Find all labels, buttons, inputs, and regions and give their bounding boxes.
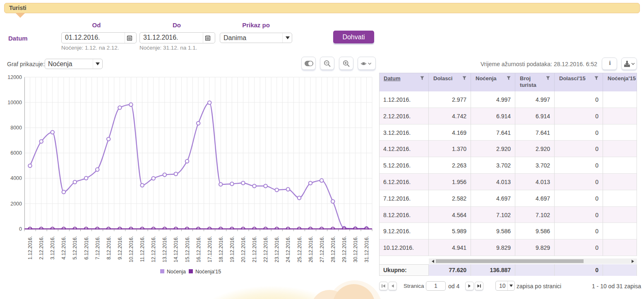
svg-text:24.12.2016.: 24.12.2016.	[285, 236, 291, 262]
svg-text:31.12.2016.: 31.12.2016.	[364, 236, 370, 262]
svg-text:1.12.2016.: 1.12.2016.	[27, 236, 33, 260]
svg-text:Noćenja'15: Noćenja'15	[195, 269, 221, 275]
svg-text:18.12.2016.: 18.12.2016.	[218, 236, 224, 262]
svg-text:17.12.2016.: 17.12.2016.	[207, 236, 213, 262]
svg-text:0: 0	[19, 226, 22, 232]
svg-text:22.12.2016.: 22.12.2016.	[263, 236, 269, 262]
svg-text:11.12.2016.: 11.12.2016.	[139, 236, 145, 262]
svg-text:13.12.2016.: 13.12.2016.	[162, 236, 168, 262]
svg-text:9.12.2016.: 9.12.2016.	[117, 236, 123, 260]
svg-text:8.12.2016.: 8.12.2016.	[106, 236, 112, 260]
svg-text:3.12.2016.: 3.12.2016.	[50, 236, 55, 260]
svg-text:Noćenja: Noćenja	[167, 269, 186, 275]
svg-text:4000: 4000	[10, 175, 22, 181]
svg-text:5.12.2016.: 5.12.2016.	[72, 236, 78, 260]
svg-text:19.12.2016.: 19.12.2016.	[229, 236, 235, 262]
svg-text:2000: 2000	[10, 201, 22, 207]
svg-text:14.12.2016.: 14.12.2016.	[173, 236, 179, 262]
svg-text:4.12.2016.: 4.12.2016.	[61, 236, 67, 260]
svg-text:30.12.2016.: 30.12.2016.	[353, 236, 358, 262]
svg-text:16.12.2016.: 16.12.2016.	[196, 236, 202, 262]
svg-text:28.12.2016.: 28.12.2016.	[330, 236, 336, 262]
svg-text:15.12.2016.: 15.12.2016.	[185, 236, 190, 262]
svg-text:2.12.2016.: 2.12.2016.	[38, 236, 44, 260]
svg-text:25.12.2016.: 25.12.2016.	[297, 236, 303, 262]
svg-text:10000: 10000	[7, 100, 22, 105]
svg-text:12000: 12000	[7, 74, 22, 80]
svg-text:20.12.2016.: 20.12.2016.	[240, 236, 246, 262]
svg-text:23.12.2016.: 23.12.2016.	[274, 236, 280, 262]
svg-text:26.12.2016.: 26.12.2016.	[308, 236, 314, 262]
svg-text:6000: 6000	[10, 150, 22, 156]
svg-text:12.12.2016.: 12.12.2016.	[151, 236, 156, 262]
svg-text:8000: 8000	[10, 125, 22, 131]
svg-text:10.12.2016.: 10.12.2016.	[128, 236, 134, 262]
svg-text:27.12.2016.: 27.12.2016.	[319, 236, 325, 262]
svg-text:7.12.2016.: 7.12.2016.	[95, 236, 101, 260]
svg-text:21.12.2016.: 21.12.2016.	[252, 236, 257, 262]
svg-text:29.12.2016.: 29.12.2016.	[341, 236, 347, 262]
svg-text:6.12.2016.: 6.12.2016.	[84, 236, 89, 260]
